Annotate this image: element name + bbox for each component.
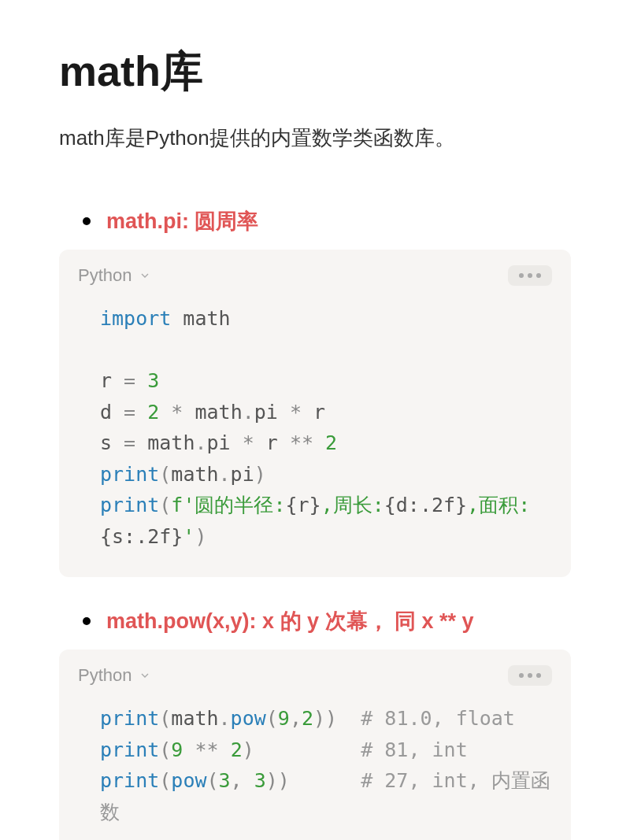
description-text: math库是Python提供的内置数学类函数库。 xyxy=(59,123,571,154)
section-heading: math.pi: 圆周率 xyxy=(106,207,259,235)
page-title: math库 xyxy=(59,43,571,101)
code-content[interactable]: print(math.pow(9,2)) # 81.0, float print… xyxy=(59,694,571,840)
bullet-icon xyxy=(83,217,91,225)
section-heading-row: math.pi: 圆周率 xyxy=(59,207,571,235)
code-block: Python print(math.pow(9,2)) # 81.0, floa… xyxy=(59,649,571,840)
chevron-down-icon xyxy=(139,269,151,282)
language-selector[interactable]: Python xyxy=(78,665,151,686)
bullet-icon xyxy=(83,617,91,625)
section-heading: math.pow(x,y): x 的 y 次幕， 同 x ** y xyxy=(106,607,474,635)
section: math.pow(x,y): x 的 y 次幕， 同 x ** y Python… xyxy=(59,607,571,840)
more-options-button[interactable] xyxy=(508,265,552,286)
language-selector[interactable]: Python xyxy=(78,265,151,286)
chevron-down-icon xyxy=(139,669,151,682)
code-content[interactable]: import math r = 3 d = 2 * math.pi * r s … xyxy=(59,294,571,577)
code-header: Python xyxy=(59,649,571,694)
section-heading-row: math.pow(x,y): x 的 y 次幕， 同 x ** y xyxy=(59,607,571,635)
code-block: Python import math r = 3 d = 2 * math.pi… xyxy=(59,250,571,577)
code-header: Python xyxy=(59,250,571,294)
more-options-button[interactable] xyxy=(508,665,552,686)
section: math.pi: 圆周率 Python import math r = 3 d … xyxy=(59,207,571,577)
